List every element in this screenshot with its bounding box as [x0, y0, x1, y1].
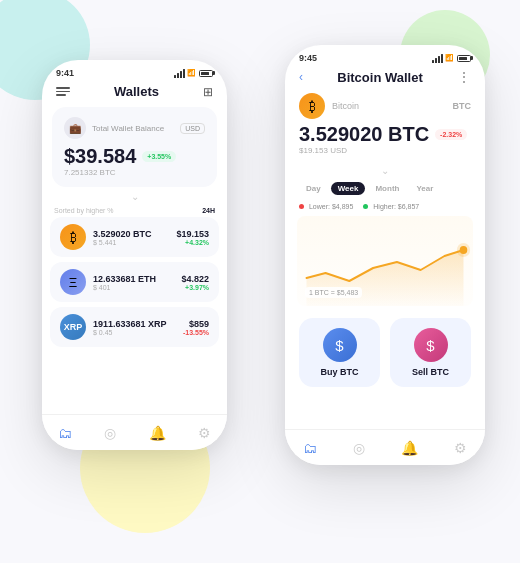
nav-wallet-icon[interactable]: 🗂 — [54, 421, 76, 445]
period-tabs: Day Week Month Year — [285, 178, 485, 201]
action-buttons: $ Buy BTC $ Sell BTC — [285, 310, 485, 395]
lower-dot — [299, 204, 304, 209]
buy-label: Buy BTC — [321, 367, 359, 377]
xrp-change: -13.55% — [183, 329, 209, 336]
tab-week[interactable]: Week — [331, 182, 366, 195]
nav-bar-right: ‹ Bitcoin Wallet ⋮ — [285, 65, 485, 89]
tab-year[interactable]: Year — [409, 182, 440, 195]
bottom-nav-left: 🗂 ◎ 🔔 ⚙ — [42, 414, 227, 450]
crypto-item-eth[interactable]: Ξ 12.633681 ETH $ 401 $4.822 +3.97% — [50, 262, 219, 302]
buy-icon: $ — [323, 328, 357, 362]
higher-dot — [363, 204, 368, 209]
nav-gear-icon[interactable]: ⚙ — [194, 421, 215, 445]
btc-coin-amount: 3.529020 BTC — [299, 123, 429, 145]
btc-change: +4.32% — [176, 239, 209, 246]
eth-price: $4.822 — [181, 274, 209, 284]
crypto-item-xrp[interactable]: XRP 1911.633681 XRP $ 0.45 $859 -13.55% — [50, 307, 219, 347]
status-icons-left: 📶 — [174, 69, 213, 78]
btc-coin-icon: ₿ — [299, 93, 325, 119]
back-button[interactable]: ‹ — [299, 70, 303, 84]
time-right: 9:45 — [299, 53, 317, 63]
wallet-card: 💼 Total Wallet Balance USD $39.584 +3.55… — [52, 107, 217, 187]
page-title-right: Bitcoin Wallet — [337, 70, 422, 85]
eth-change: +3.97% — [181, 284, 209, 291]
signal-icon-right — [432, 54, 443, 63]
btc-price: $19.153 — [176, 229, 209, 239]
nav-compass-icon-right[interactable]: ◎ — [349, 436, 369, 460]
xrp-icon: XRP — [60, 314, 86, 340]
btc-usd-value: $19.153 USD — [299, 146, 471, 155]
chart-price-label: 1 BTC = $5,483 — [305, 287, 362, 298]
tab-month[interactable]: Month — [368, 182, 406, 195]
currency-badge[interactable]: USD — [180, 123, 205, 134]
chart-area: 1 BTC = $5,483 — [297, 216, 473, 306]
nav-bar-left: Wallets ⊞ — [42, 80, 227, 103]
nav-gear-icon-right[interactable]: ⚙ — [450, 436, 471, 460]
btc-amount: $ 5.441 — [93, 239, 152, 246]
signal-icon — [174, 69, 185, 78]
nav-compass-icon[interactable]: ◎ — [100, 421, 120, 445]
chart-legend-higher: Higher: $6,857 — [363, 203, 419, 210]
sell-label: Sell BTC — [412, 367, 449, 377]
buy-btc-button[interactable]: $ Buy BTC — [299, 318, 380, 387]
sell-icon: $ — [414, 328, 448, 362]
wallet-card-label: Total Wallet Balance — [92, 124, 164, 133]
crypto-list: ₿ 3.529020 BTC $ 5.441 $19.153 +4.32% Ξ … — [42, 217, 227, 347]
battery-icon-right — [457, 55, 471, 62]
status-bar-right: 9:45 📶 — [285, 45, 485, 65]
balance-change-badge: +3.55% — [142, 151, 176, 162]
chart-legend-lower: Lower: $4,895 — [299, 203, 353, 210]
chevron-down-icon: ⌄ — [42, 191, 227, 202]
btc-chevron-icon: ⌄ — [285, 165, 485, 176]
wallet-btc-sub: 7.251332 BTC — [64, 168, 205, 177]
bottom-nav-right: 🗂 ◎ 🔔 ⚙ — [285, 429, 485, 465]
wifi-icon: 📶 — [187, 69, 196, 77]
btc-header: ₿ Bitcoin BTC 3.529020 BTC -2.32% $19.15… — [285, 89, 485, 163]
xrp-name: 1911.633681 XRP — [93, 319, 167, 329]
sell-btc-button[interactable]: $ Sell BTC — [390, 318, 471, 387]
nav-bell-icon[interactable]: 🔔 — [145, 421, 170, 445]
xrp-price: $859 — [183, 319, 209, 329]
btc-name: 3.529020 BTC — [93, 229, 152, 239]
wallet-icon: 💼 — [64, 117, 86, 139]
btc-coin-name: Bitcoin — [332, 101, 359, 111]
phone-right: 9:45 📶 ‹ Bitcoin Wallet ⋮ — [285, 45, 485, 465]
phone-left: 9:41 📶 Wallets ⊞ — [42, 60, 227, 450]
chart-end-halo — [457, 243, 470, 257]
nav-wallet-icon-right[interactable]: 🗂 — [299, 436, 321, 460]
eth-amount: $ 401 — [93, 284, 156, 291]
battery-icon — [199, 70, 213, 77]
eth-name: 12.633681 ETH — [93, 274, 156, 284]
period-label[interactable]: 24H — [202, 207, 215, 214]
nav-bell-icon-right[interactable]: 🔔 — [397, 436, 422, 460]
wifi-icon-right: 📶 — [445, 54, 454, 62]
sorted-label: Sorted by higher % — [54, 207, 114, 214]
sorted-bar: Sorted by higher % 24H — [42, 204, 227, 217]
status-icons-right: 📶 — [432, 54, 471, 63]
time-left: 9:41 — [56, 68, 74, 78]
btc-icon: ₿ — [60, 224, 86, 250]
crypto-item-btc[interactable]: ₿ 3.529020 BTC $ 5.441 $19.153 +4.32% — [50, 217, 219, 257]
btc-tag: BTC — [453, 101, 472, 111]
status-bar-left: 9:41 📶 — [42, 60, 227, 80]
eth-icon: Ξ — [60, 269, 86, 295]
menu-icon[interactable] — [56, 87, 70, 96]
page-title-left: Wallets — [114, 84, 159, 99]
more-button[interactable]: ⋮ — [457, 69, 471, 85]
wallet-balance: $39.584 — [64, 145, 136, 167]
btc-change-badge: -2.32% — [435, 129, 467, 140]
tab-day[interactable]: Day — [299, 182, 328, 195]
xrp-amount: $ 0.45 — [93, 329, 167, 336]
grid-icon[interactable]: ⊞ — [203, 85, 213, 99]
chart-legend: Lower: $4,895 Higher: $6,857 — [285, 201, 485, 212]
